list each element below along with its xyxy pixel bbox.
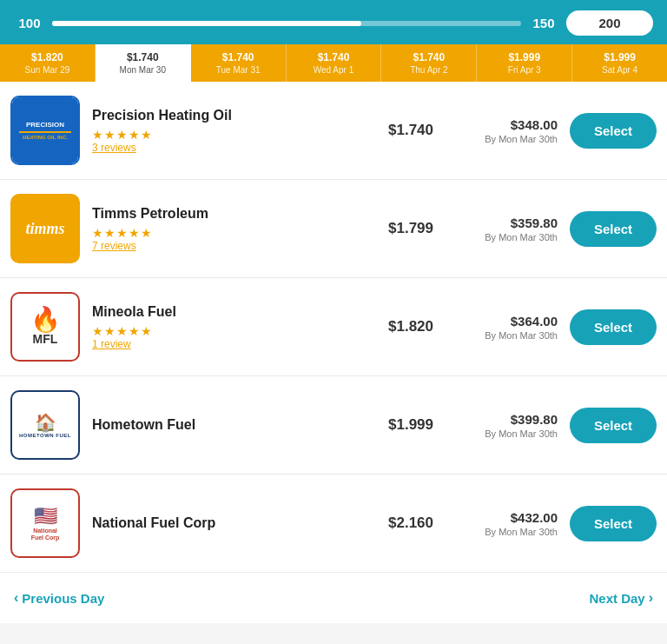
vendor-logo-timms: timms — [10, 194, 80, 263]
date-item-5[interactable]: $1.999Fri Apr 3 — [477, 44, 572, 82]
vendor-delivery-by-mineola: By Mon Mar 30th — [453, 330, 558, 341]
vendor-stars-precision: ★★★★★ — [92, 128, 153, 142]
vendor-info-mineola: Mineola Fuel★★★★★1 review — [92, 303, 368, 351]
select-button-mineola[interactable]: Select — [570, 309, 657, 345]
vendor-list: PRECISION HEATING OIL INC. Precision Hea… — [0, 82, 667, 573]
date-item-6[interactable]: $1.999Sat Apr 4 — [572, 44, 667, 82]
vendor-logo-national: 🇺🇸 NationalFuel Corp — [10, 488, 80, 558]
vendor-total-amount-hometown: $399.80 — [453, 412, 558, 427]
vendor-stars-row-timms: ★★★★★ — [92, 226, 368, 240]
date-item-4[interactable]: $1.740Thu Apr 2 — [381, 44, 477, 82]
date-price-4: $1.740 — [386, 51, 471, 63]
date-price-1: $1.740 — [101, 51, 185, 63]
vendor-row: 🇺🇸 NationalFuel Corp National Fuel Corp$… — [0, 475, 667, 573]
vendor-unit-price-mineola: $1.820 — [380, 318, 441, 335]
date-item-2[interactable]: $1.740Tue Mar 31 — [191, 44, 287, 82]
slider-mid-label: 150 — [528, 16, 559, 30]
vendor-total-timms: $359.80 By Mon Mar 30th — [453, 216, 558, 242]
slider-value-input[interactable]: 200 — [566, 10, 653, 36]
vendor-total-amount-timms: $359.80 — [453, 216, 558, 230]
vendor-reviews-precision[interactable]: 3 reviews — [92, 142, 368, 154]
slider-min-label: 100 — [14, 16, 45, 30]
vendor-total-national: $432.00 By Mon Mar 30th — [453, 510, 558, 537]
date-label-5: Fri Apr 3 — [482, 65, 566, 75]
chevron-right-icon: › — [649, 590, 653, 606]
vendor-unit-price-precision: $1.740 — [380, 122, 441, 139]
vendor-info-precision: Precision Heating Oil★★★★★3 reviews — [92, 107, 368, 155]
date-label-1: Mon Mar 30 — [101, 65, 185, 75]
vendor-total-hometown: $399.80 By Mon Mar 30th — [453, 412, 558, 439]
date-strip: $1.820Sun Mar 29$1.740Mon Mar 30$1.740Tu… — [0, 44, 667, 82]
prev-day-label: Previous Day — [22, 591, 104, 606]
vendor-info-hometown: Hometown Fuel — [92, 416, 368, 435]
vendor-stars-row-mineola: ★★★★★ — [92, 324, 368, 338]
select-button-timms[interactable]: Select — [570, 211, 657, 247]
slider-container: 100 150 200 — [0, 0, 667, 44]
vendor-total-amount-national: $432.00 — [453, 510, 558, 525]
vendor-delivery-by-timms: By Mon Mar 30th — [453, 232, 558, 242]
vendor-delivery-by-hometown: By Mon Mar 30th — [453, 428, 558, 439]
select-button-precision[interactable]: Select — [570, 113, 657, 149]
vendor-total-amount-mineola: $364.00 — [453, 314, 558, 329]
chevron-left-icon: ‹ — [14, 590, 18, 606]
vendor-logo-mineola: 🔥 MFL — [10, 292, 80, 362]
next-day-button[interactable]: Next Day › — [589, 590, 653, 606]
vendor-logo-precision: PRECISION HEATING OIL INC. — [10, 96, 80, 165]
vendor-stars-mineola: ★★★★★ — [92, 324, 153, 338]
date-label-4: Thu Apr 2 — [386, 65, 471, 75]
vendor-row: timmsTimms Petroleum★★★★★7 reviews$1.799… — [0, 180, 667, 278]
date-price-5: $1.999 — [482, 51, 566, 63]
vendor-delivery-by-precision: By Mon Mar 30th — [453, 134, 558, 144]
date-price-0: $1.820 — [5, 51, 89, 63]
vendor-logo-hometown: 🏠 HOMETOWN FUEL — [10, 390, 80, 460]
vendor-name-timms: Timms Petroleum — [92, 205, 368, 223]
select-button-hometown[interactable]: Select — [570, 408, 657, 443]
vendor-row: 🔥 MFL Mineola Fuel★★★★★1 review$1.820 $3… — [0, 278, 667, 376]
vendor-total-mineola: $364.00 By Mon Mar 30th — [453, 314, 558, 341]
select-button-national[interactable]: Select — [570, 506, 657, 541]
vendor-total-precision: $348.00 By Mon Mar 30th — [453, 117, 558, 144]
date-label-6: Sat Apr 4 — [578, 65, 662, 75]
vendor-name-hometown: Hometown Fuel — [92, 416, 368, 435]
date-item-3[interactable]: $1.740Wed Apr 1 — [287, 44, 382, 82]
date-item-0[interactable]: $1.820Sun Mar 29 — [0, 44, 96, 82]
slider-track[interactable] — [52, 21, 521, 26]
vendor-delivery-by-national: By Mon Mar 30th — [453, 527, 558, 537]
vendor-row: PRECISION HEATING OIL INC. Precision Hea… — [0, 82, 667, 180]
vendor-total-amount-precision: $348.00 — [453, 117, 558, 132]
vendor-name-mineola: Mineola Fuel — [92, 303, 368, 322]
vendor-reviews-timms[interactable]: 7 reviews — [92, 240, 368, 252]
date-price-6: $1.999 — [578, 51, 662, 63]
slider-fill — [52, 21, 361, 26]
vendor-stars-timms: ★★★★★ — [92, 226, 153, 240]
date-label-0: Sun Mar 29 — [5, 65, 89, 75]
vendor-name-precision: Precision Heating Oil — [92, 107, 368, 125]
vendor-unit-price-national: $2.160 — [380, 515, 441, 532]
vendor-stars-row-precision: ★★★★★ — [92, 128, 368, 142]
next-day-label: Next Day — [589, 591, 644, 606]
vendor-unit-price-timms: $1.799 — [380, 220, 441, 237]
date-price-2: $1.740 — [196, 51, 281, 63]
date-label-2: Tue Mar 31 — [196, 65, 281, 75]
date-item-1[interactable]: $1.740Mon Mar 30 — [96, 44, 191, 82]
date-label-3: Wed Apr 1 — [292, 65, 376, 75]
vendor-unit-price-hometown: $1.999 — [380, 416, 441, 434]
pagination: ‹ Previous Day Next Day › — [0, 573, 667, 623]
date-price-3: $1.740 — [292, 51, 376, 63]
prev-day-button[interactable]: ‹ Previous Day — [14, 590, 104, 606]
vendor-info-timms: Timms Petroleum★★★★★7 reviews — [92, 205, 368, 253]
vendor-name-national: National Fuel Corp — [92, 515, 368, 533]
vendor-info-national: National Fuel Corp — [92, 515, 368, 533]
vendor-reviews-mineola[interactable]: 1 review — [92, 338, 368, 350]
vendor-row: 🏠 HOMETOWN FUEL Hometown Fuel$1.999 $399… — [0, 376, 667, 475]
